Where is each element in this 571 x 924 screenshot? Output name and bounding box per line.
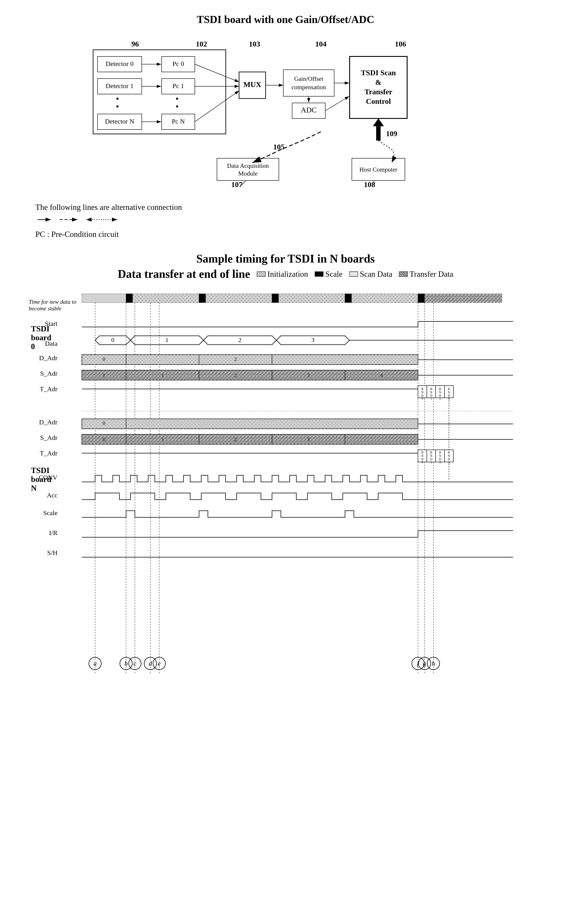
wf-start <box>82 322 513 327</box>
tsdi-line1: TSDI Scan <box>361 69 396 77</box>
board0-num: 0 <box>31 342 35 351</box>
bnd0-b2: B <box>439 387 441 391</box>
sig-ir: I/R <box>49 529 57 536</box>
bnd0-01: 1 <box>431 397 432 400</box>
legend-scan: Scan Data <box>349 269 392 279</box>
wf-ir <box>82 531 513 537</box>
sadrN-v2: 2 <box>235 436 237 442</box>
sadr0-v1: 1 <box>161 372 164 378</box>
dadrN-seg1 <box>126 419 418 429</box>
scan-1-top <box>206 294 272 303</box>
dadr0-seg1 <box>126 354 199 365</box>
bnd0-b0: B <box>421 387 423 391</box>
bndN-01: 1 <box>431 461 432 464</box>
bnd0-b1: B <box>430 387 432 391</box>
hc-label: Host Computer <box>360 166 398 173</box>
mux-label: MUX <box>243 80 261 88</box>
sadr0-v4: 4 <box>380 372 383 378</box>
label-109: 109 <box>386 130 397 138</box>
arrow-adc-tsdi <box>325 96 349 111</box>
label-103: 103 <box>249 40 260 48</box>
bndN-d2: D <box>439 458 441 461</box>
bndN-b1: B <box>430 451 432 454</box>
pc-note: PC : Pre-Condition circuit <box>35 229 536 239</box>
alt-lines <box>35 216 536 223</box>
sig-sh: S/H <box>47 549 57 556</box>
arrow-pcN-mux <box>195 91 239 122</box>
sadrN-v3: 3 <box>307 436 310 442</box>
sadrN-seg4 <box>345 434 418 444</box>
tsdi-line2: & <box>375 78 381 86</box>
gainoffset-line2: compensation <box>292 84 326 91</box>
label-107: 107 <box>231 180 242 189</box>
dadr0-0: 0 <box>103 356 105 362</box>
dadrN-0: 0 <box>103 420 105 426</box>
scan-2-top <box>279 294 345 303</box>
init-bar-top <box>82 294 126 303</box>
sadrN-v1: 1 <box>161 436 164 442</box>
sig-start: Start <box>45 320 57 327</box>
bndN-02: 2 <box>440 461 441 464</box>
swatch-scan <box>349 271 358 277</box>
pcN-label: Pc N <box>171 118 185 125</box>
pc0-label: Pc 0 <box>173 60 184 67</box>
dashed-right-arrow <box>57 216 80 223</box>
transfer-top <box>424 294 502 303</box>
sig-sadrN: S_Adr <box>40 434 57 441</box>
bnd0-n0: N <box>421 391 423 394</box>
tsdi-line3: Transfer <box>364 88 392 96</box>
label-108: 108 <box>364 180 375 189</box>
sig-tadr0: T_Adr <box>40 385 57 393</box>
label-102: 102 <box>196 40 207 48</box>
sig-dadrN: D_Adr <box>39 418 57 426</box>
detectorN-label: Detector N <box>105 118 134 125</box>
tsdi-box <box>350 56 407 118</box>
gainoffset-box <box>283 70 334 96</box>
dots2: • <box>116 102 119 111</box>
sig-data: Data <box>45 340 57 347</box>
legend-scale: Scale <box>315 269 343 279</box>
sig-tadrN: T_Adr <box>40 449 57 457</box>
boardN-n: N <box>31 484 37 492</box>
bndN-d0: D <box>421 458 423 461</box>
wf-conv <box>82 475 513 482</box>
sig-dadr0: D_Adr <box>39 354 57 362</box>
scale-bar-0 <box>126 294 133 303</box>
marker-d-label: d <box>149 660 152 667</box>
marker-e-label: e <box>158 660 160 667</box>
time-label-1: Time for new data to <box>29 299 76 305</box>
solid-left-arrow <box>35 216 53 223</box>
tsdi-line4: Control <box>366 97 391 105</box>
sadrN-v0: 0 <box>103 436 105 442</box>
sadr0-v3: 3 <box>307 372 310 378</box>
bndN-b0: B <box>421 451 423 454</box>
diagram-title: TSDI board with one Gain/Offset/ADC <box>18 13 553 25</box>
arrow-host <box>378 141 394 163</box>
timing-subtitle: Data transfer at end of line Initializat… <box>26 268 545 280</box>
bnd0-n3: N <box>448 391 450 394</box>
sig-acc: Acc <box>47 491 57 499</box>
bndN-n1: N <box>430 454 432 458</box>
tsdi-down-arrow <box>373 118 384 141</box>
marker-h-label: h <box>432 660 435 667</box>
bndN-03: 3 <box>448 461 450 464</box>
marker-c-label: c <box>133 660 136 667</box>
dam-line1: Data Acquisition <box>227 162 269 169</box>
data-val-3: 3 <box>312 336 315 344</box>
sig-conv: CONV <box>39 474 57 481</box>
marker-a-label: a <box>94 660 97 667</box>
pc-dots2: • <box>176 102 179 111</box>
legend-init: Initialization <box>257 269 308 279</box>
pc1-label: Pc 1 <box>173 82 184 90</box>
block-diagram-svg: 96 102 103 104 106 Detector 0 Detector 1… <box>86 34 485 189</box>
adc-label: ADC <box>301 106 317 114</box>
arrow-pc0-mux <box>195 64 239 82</box>
dotted-left-arrow <box>84 216 119 223</box>
swatch-transfer <box>399 271 408 277</box>
marker-g-label: g <box>423 660 426 667</box>
legend-transfer: Transfer Data <box>399 269 453 279</box>
sig-sadr0: S_Adr <box>40 370 57 377</box>
sadr0-v2: 2 <box>235 372 237 378</box>
scale-bar-2 <box>272 294 279 303</box>
bndN-b3: B <box>448 451 450 454</box>
